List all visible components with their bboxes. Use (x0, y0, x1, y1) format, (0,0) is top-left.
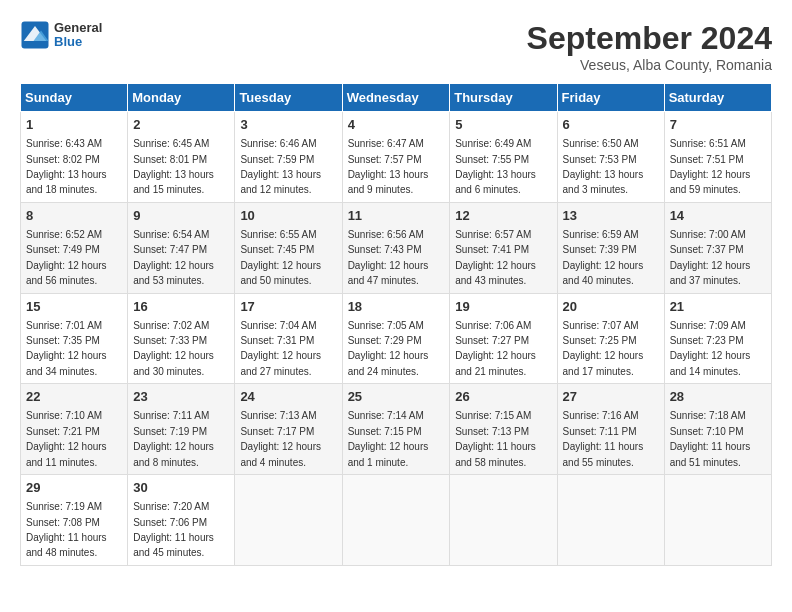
day-number: 29 (26, 479, 122, 497)
sunrise-info: Sunrise: 7:06 AM (455, 320, 531, 331)
daylight-info: Daylight: 12 hours and 24 minutes. (348, 350, 429, 376)
sunset-info: Sunset: 7:15 PM (348, 426, 422, 437)
sunset-info: Sunset: 7:11 PM (563, 426, 637, 437)
calendar-cell: 24 Sunrise: 7:13 AM Sunset: 7:17 PM Dayl… (235, 384, 342, 475)
calendar-cell: 20 Sunrise: 7:07 AM Sunset: 7:25 PM Dayl… (557, 293, 664, 384)
logo-text: General Blue (54, 21, 102, 50)
sunrise-info: Sunrise: 6:47 AM (348, 138, 424, 149)
calendar-cell: 6 Sunrise: 6:50 AM Sunset: 7:53 PM Dayli… (557, 112, 664, 203)
daylight-info: Daylight: 12 hours and 40 minutes. (563, 260, 644, 286)
sunset-info: Sunset: 7:55 PM (455, 154, 529, 165)
day-number: 22 (26, 388, 122, 406)
day-number: 30 (133, 479, 229, 497)
day-number: 6 (563, 116, 659, 134)
month-title: September 2024 (527, 20, 772, 57)
day-number: 9 (133, 207, 229, 225)
day-number: 11 (348, 207, 445, 225)
header-thursday: Thursday (450, 84, 557, 112)
sunset-info: Sunset: 7:33 PM (133, 335, 207, 346)
calendar-cell: 18 Sunrise: 7:05 AM Sunset: 7:29 PM Dayl… (342, 293, 450, 384)
page-header: General Blue September 2024 Veseus, Alba… (20, 20, 772, 73)
day-number: 26 (455, 388, 551, 406)
sunset-info: Sunset: 7:06 PM (133, 517, 207, 528)
daylight-info: Daylight: 11 hours and 51 minutes. (670, 441, 751, 467)
sunrise-info: Sunrise: 7:16 AM (563, 410, 639, 421)
sunrise-info: Sunrise: 7:00 AM (670, 229, 746, 240)
day-number: 27 (563, 388, 659, 406)
calendar-header-row: SundayMondayTuesdayWednesdayThursdayFrid… (21, 84, 772, 112)
sunset-info: Sunset: 7:37 PM (670, 244, 744, 255)
daylight-info: Daylight: 12 hours and 17 minutes. (563, 350, 644, 376)
calendar-cell (342, 475, 450, 566)
calendar-week-row: 29 Sunrise: 7:19 AM Sunset: 7:08 PM Dayl… (21, 475, 772, 566)
day-number: 10 (240, 207, 336, 225)
daylight-info: Daylight: 12 hours and 59 minutes. (670, 169, 751, 195)
daylight-info: Daylight: 11 hours and 48 minutes. (26, 532, 107, 558)
sunset-info: Sunset: 7:13 PM (455, 426, 529, 437)
logo-line2: Blue (54, 35, 102, 49)
daylight-info: Daylight: 12 hours and 37 minutes. (670, 260, 751, 286)
sunrise-info: Sunrise: 7:04 AM (240, 320, 316, 331)
location-subtitle: Veseus, Alba County, Romania (527, 57, 772, 73)
sunset-info: Sunset: 7:10 PM (670, 426, 744, 437)
calendar-cell: 7 Sunrise: 6:51 AM Sunset: 7:51 PM Dayli… (664, 112, 771, 203)
sunset-info: Sunset: 7:21 PM (26, 426, 100, 437)
calendar-cell: 21 Sunrise: 7:09 AM Sunset: 7:23 PM Dayl… (664, 293, 771, 384)
sunrise-info: Sunrise: 7:19 AM (26, 501, 102, 512)
calendar-cell: 12 Sunrise: 6:57 AM Sunset: 7:41 PM Dayl… (450, 202, 557, 293)
sunset-info: Sunset: 7:08 PM (26, 517, 100, 528)
daylight-info: Daylight: 12 hours and 47 minutes. (348, 260, 429, 286)
daylight-info: Daylight: 12 hours and 27 minutes. (240, 350, 321, 376)
calendar-cell: 19 Sunrise: 7:06 AM Sunset: 7:27 PM Dayl… (450, 293, 557, 384)
title-block: September 2024 Veseus, Alba County, Roma… (527, 20, 772, 73)
daylight-info: Daylight: 11 hours and 55 minutes. (563, 441, 644, 467)
sunset-info: Sunset: 7:27 PM (455, 335, 529, 346)
sunrise-info: Sunrise: 7:20 AM (133, 501, 209, 512)
day-number: 14 (670, 207, 766, 225)
calendar-cell (235, 475, 342, 566)
calendar-cell: 29 Sunrise: 7:19 AM Sunset: 7:08 PM Dayl… (21, 475, 128, 566)
sunset-info: Sunset: 7:25 PM (563, 335, 637, 346)
sunset-info: Sunset: 7:47 PM (133, 244, 207, 255)
day-number: 12 (455, 207, 551, 225)
sunrise-info: Sunrise: 6:56 AM (348, 229, 424, 240)
sunset-info: Sunset: 7:19 PM (133, 426, 207, 437)
sunset-info: Sunset: 7:49 PM (26, 244, 100, 255)
daylight-info: Daylight: 12 hours and 50 minutes. (240, 260, 321, 286)
daylight-info: Daylight: 13 hours and 15 minutes. (133, 169, 214, 195)
daylight-info: Daylight: 12 hours and 21 minutes. (455, 350, 536, 376)
day-number: 23 (133, 388, 229, 406)
day-number: 5 (455, 116, 551, 134)
sunrise-info: Sunrise: 7:15 AM (455, 410, 531, 421)
calendar-cell: 11 Sunrise: 6:56 AM Sunset: 7:43 PM Dayl… (342, 202, 450, 293)
sunrise-info: Sunrise: 7:05 AM (348, 320, 424, 331)
calendar-cell: 13 Sunrise: 6:59 AM Sunset: 7:39 PM Dayl… (557, 202, 664, 293)
calendar-cell: 16 Sunrise: 7:02 AM Sunset: 7:33 PM Dayl… (128, 293, 235, 384)
day-number: 15 (26, 298, 122, 316)
day-number: 13 (563, 207, 659, 225)
calendar-cell: 22 Sunrise: 7:10 AM Sunset: 7:21 PM Dayl… (21, 384, 128, 475)
calendar-cell: 3 Sunrise: 6:46 AM Sunset: 7:59 PM Dayli… (235, 112, 342, 203)
calendar-cell: 2 Sunrise: 6:45 AM Sunset: 8:01 PM Dayli… (128, 112, 235, 203)
calendar-cell: 8 Sunrise: 6:52 AM Sunset: 7:49 PM Dayli… (21, 202, 128, 293)
daylight-info: Daylight: 13 hours and 9 minutes. (348, 169, 429, 195)
day-number: 25 (348, 388, 445, 406)
calendar-cell: 23 Sunrise: 7:11 AM Sunset: 7:19 PM Dayl… (128, 384, 235, 475)
daylight-info: Daylight: 12 hours and 11 minutes. (26, 441, 107, 467)
header-tuesday: Tuesday (235, 84, 342, 112)
sunrise-info: Sunrise: 6:45 AM (133, 138, 209, 149)
sunrise-info: Sunrise: 7:11 AM (133, 410, 209, 421)
daylight-info: Daylight: 11 hours and 45 minutes. (133, 532, 214, 558)
daylight-info: Daylight: 13 hours and 3 minutes. (563, 169, 644, 195)
sunset-info: Sunset: 7:41 PM (455, 244, 529, 255)
header-saturday: Saturday (664, 84, 771, 112)
day-number: 17 (240, 298, 336, 316)
calendar-cell: 9 Sunrise: 6:54 AM Sunset: 7:47 PM Dayli… (128, 202, 235, 293)
sunset-info: Sunset: 7:39 PM (563, 244, 637, 255)
calendar-cell (450, 475, 557, 566)
day-number: 24 (240, 388, 336, 406)
calendar-cell: 15 Sunrise: 7:01 AM Sunset: 7:35 PM Dayl… (21, 293, 128, 384)
calendar-cell (557, 475, 664, 566)
daylight-info: Daylight: 13 hours and 6 minutes. (455, 169, 536, 195)
day-number: 7 (670, 116, 766, 134)
